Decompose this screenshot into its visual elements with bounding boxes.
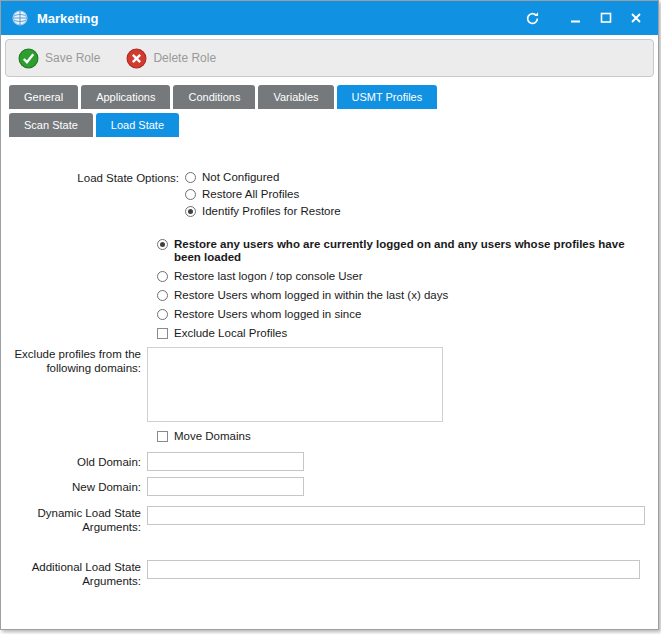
close-icon[interactable] <box>624 6 648 30</box>
radio-restore-last-x-days[interactable]: Restore Users whom logged in within the … <box>157 289 646 302</box>
exclude-local-profiles-checkbox[interactable]: Exclude Local Profiles <box>157 327 646 339</box>
delete-x-icon <box>126 48 147 69</box>
exclude-domains-label: Exclude profiles from the following doma… <box>7 347 147 375</box>
exclude-domains-textarea[interactable] <box>147 347 443 422</box>
exclude-domains-row: Exclude profiles from the following doma… <box>7 347 646 422</box>
save-role-label: Save Role <box>45 51 100 65</box>
radio-label: Restore Users whom logged in within the … <box>174 289 448 302</box>
radio-label: Restore last logon / top console User <box>174 270 363 283</box>
radio-icon <box>157 309 168 320</box>
delete-role-button[interactable]: Delete Role <box>126 48 216 69</box>
additional-args-label: Additional Load State Arguments: <box>7 560 147 588</box>
maximize-icon[interactable] <box>594 6 618 30</box>
new-domain-input[interactable] <box>147 477 304 496</box>
load-state-options-row: Load State Options: Not Configured Resto… <box>7 171 646 222</box>
save-check-icon <box>18 48 39 69</box>
old-domain-row: Old Domain: <box>7 452 646 471</box>
window-title: Marketing <box>37 11 520 26</box>
checkbox-label: Exclude Local Profiles <box>174 327 287 339</box>
dynamic-args-label: Dynamic Load State Arguments: <box>7 506 147 534</box>
radio-identify-profiles[interactable]: Identify Profiles for Restore <box>185 205 341 218</box>
tab-general[interactable]: General <box>9 85 78 109</box>
radio-label: Identify Profiles for Restore <box>202 205 341 218</box>
delete-role-label: Delete Role <box>153 51 216 65</box>
window-controls <box>520 6 648 30</box>
radio-restore-last-logon[interactable]: Restore last logon / top console User <box>157 270 646 283</box>
marketing-window: Marketing <box>0 0 659 630</box>
load-state-options-group: Not Configured Restore All Profiles Iden… <box>185 171 341 222</box>
load-state-panel: Load State Options: Not Configured Resto… <box>1 137 658 588</box>
radio-icon-selected <box>157 239 168 250</box>
secondary-tabs: Scan State Load State <box>9 113 658 137</box>
radio-restore-all-profiles[interactable]: Restore All Profiles <box>185 188 341 201</box>
toolbar: Save Role Delete Role <box>5 39 654 77</box>
additional-args-row: Additional Load State Arguments: <box>7 560 646 588</box>
tab-load-state[interactable]: Load State <box>96 113 179 137</box>
new-domain-label: New Domain: <box>7 477 147 494</box>
radio-restore-since[interactable]: Restore Users whom logged in since <box>157 308 646 321</box>
radio-icon <box>185 172 196 183</box>
radio-label: Restore Users whom logged in since <box>174 308 361 321</box>
radio-label: Not Configured <box>202 171 279 184</box>
checkbox-icon <box>157 431 168 442</box>
radio-not-configured[interactable]: Not Configured <box>185 171 341 184</box>
checkbox-label: Move Domains <box>174 430 251 442</box>
tab-conditions[interactable]: Conditions <box>173 85 255 109</box>
radio-icon <box>157 271 168 282</box>
minimize-icon[interactable] <box>564 6 588 30</box>
tab-variables[interactable]: Variables <box>258 85 333 109</box>
radio-icon-selected <box>185 206 196 217</box>
checkbox-icon <box>157 328 168 339</box>
save-role-button[interactable]: Save Role <box>18 48 100 69</box>
title-bar: Marketing <box>1 1 658 35</box>
radio-label: Restore any users who are currently logg… <box>174 238 646 264</box>
radio-icon <box>157 290 168 301</box>
radio-icon <box>185 189 196 200</box>
dynamic-args-input[interactable] <box>147 506 645 525</box>
restore-options-group: Restore any users who are currently logg… <box>157 238 646 321</box>
load-state-options-label: Load State Options: <box>7 171 185 185</box>
primary-tabs: General Applications Conditions Variable… <box>9 85 658 109</box>
new-domain-row: New Domain: <box>7 477 646 496</box>
radio-restore-logged-on-users[interactable]: Restore any users who are currently logg… <box>157 238 646 264</box>
move-domains-checkbox[interactable]: Move Domains <box>157 430 646 442</box>
tab-scan-state[interactable]: Scan State <box>9 113 93 137</box>
tab-applications[interactable]: Applications <box>81 85 170 109</box>
old-domain-label: Old Domain: <box>7 452 147 469</box>
old-domain-input[interactable] <box>147 452 304 471</box>
dynamic-args-row: Dynamic Load State Arguments: <box>7 506 646 534</box>
radio-label: Restore All Profiles <box>202 188 299 201</box>
additional-args-input[interactable] <box>147 560 640 579</box>
app-globe-icon <box>11 9 29 27</box>
tab-usmt-profiles[interactable]: USMT Profiles <box>337 85 438 109</box>
refresh-icon[interactable] <box>520 6 544 30</box>
